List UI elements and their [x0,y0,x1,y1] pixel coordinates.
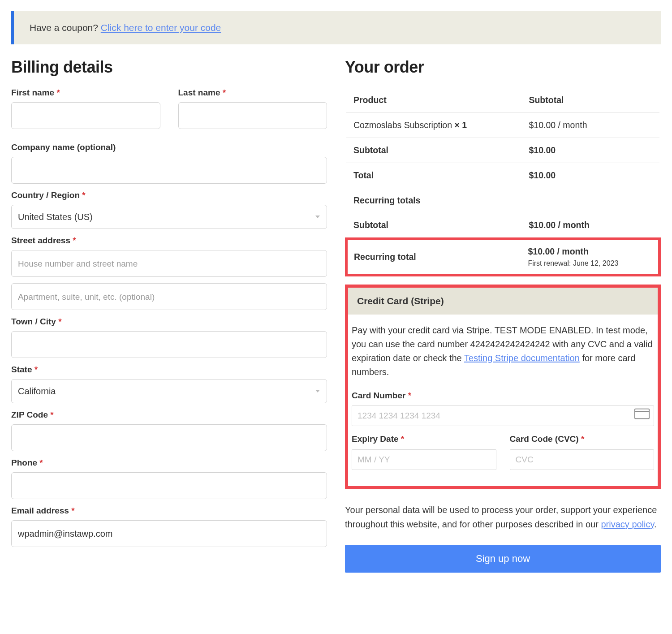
recurring-total-cell: $10.00 / month First renewal: June 12, 2… [521,239,659,275]
product-price: $10.00 / month [521,113,659,138]
subtotal-header: Subtotal [521,88,659,113]
required-asterisk: * [408,391,411,400]
expiry-label-text: Expiry Date [352,434,399,444]
required-asterisk: * [34,365,38,374]
privacy-policy-link[interactable]: privacy policy [601,519,654,529]
recurring-totals-label: Recurring totals [346,188,659,213]
order-table: Product Subtotal Cozmoslabs Subscription… [345,88,661,276]
order-product-row: Cozmoslabs Subscription × 1 $10.00 / mon… [346,113,659,138]
state-label-text: State [11,365,32,374]
required-asterisk: * [39,458,43,467]
last-name-input[interactable] [178,102,327,129]
order-total-row: Total $10.00 [346,163,659,188]
first-name-input[interactable] [11,102,160,129]
required-asterisk: * [223,88,226,97]
payment-body: Pay with your credit card via Stripe. TE… [348,315,658,486]
first-name-label-text: First name [11,88,54,97]
phone-label: Phone * [11,458,327,468]
subtotal-value: $10.00 [521,138,659,163]
credit-card-icon [634,409,650,423]
recurring-subtotal-label: Subtotal [346,213,521,239]
email-input[interactable] [11,520,327,547]
required-asterisk: * [73,236,76,245]
country-label: Country / Region * [11,190,327,200]
company-input[interactable] [11,157,327,184]
recurring-subtotal-row: Subtotal $10.00 / month [346,213,659,239]
billing-heading: Billing details [11,58,327,77]
phone-input[interactable] [11,472,327,499]
order-heading: Your order [345,58,661,77]
last-name-label-text: Last name [178,88,220,97]
city-label: Town / City * [11,317,327,327]
privacy-post: . [654,519,657,529]
cvc-input[interactable] [510,449,655,470]
phone-label-text: Phone [11,458,37,467]
cvc-label: Card Code (CVC) * [510,432,655,445]
svg-rect-0 [635,409,649,419]
recurring-total-value: $10.00 / month [528,246,654,257]
state-select[interactable]: California [11,379,327,403]
card-number-input[interactable] [352,405,654,426]
last-name-label: Last name * [178,88,327,98]
email-label: Email address * [11,506,327,516]
required-asterisk: * [56,88,60,97]
state-label: State * [11,365,327,375]
coupon-link[interactable]: Click here to enter your code [101,22,221,33]
product-cell: Cozmoslabs Subscription × 1 [346,113,521,138]
country-label-text: Country / Region [11,190,80,200]
recurring-subtotal-value: $10.00 / month [521,213,659,239]
cvc-label-text: Card Code (CVC) [510,434,579,444]
required-asterisk: * [58,317,61,326]
total-label: Total [346,163,521,188]
order-subtotal-row: Subtotal $10.00 [346,138,659,163]
product-qty: × 1 [454,120,467,130]
required-asterisk: * [401,434,404,444]
subtotal-label: Subtotal [346,138,521,163]
required-asterisk: * [82,190,85,200]
payment-section: Credit Card (Stripe) Pay with your credi… [345,285,661,489]
city-label-text: Town / City [11,317,56,326]
coupon-banner: Have a coupon? Click here to enter your … [11,11,661,44]
zip-label: ZIP Code * [11,410,327,420]
street-label-text: Street address [11,236,70,245]
street-address-1-input[interactable] [11,250,327,277]
required-asterisk: * [50,410,53,419]
stripe-docs-link[interactable]: Testing Stripe documentation [464,353,580,363]
recurring-totals-header-row: Recurring totals [346,188,659,213]
required-asterisk: * [581,434,584,444]
product-name: Cozmoslabs Subscription [353,120,454,130]
zip-label-text: ZIP Code [11,410,48,419]
card-number-label-text: Card Number [352,391,405,400]
payment-method-header: Credit Card (Stripe) [348,288,658,315]
required-asterisk: * [71,506,74,515]
signup-button[interactable]: Sign up now [345,545,661,573]
city-input[interactable] [11,331,327,358]
billing-column: Billing details First name * Last name *… [11,58,327,573]
order-column: Your order Product Subtotal Cozmoslabs S… [345,58,661,573]
recurring-total-label: Recurring total [346,239,521,275]
email-label-text: Email address [11,506,69,515]
coupon-prompt: Have a coupon? [30,22,101,33]
zip-input[interactable] [11,424,327,451]
street-label: Street address * [11,236,327,246]
recurring-total-row: Recurring total $10.00 / month First ren… [346,239,659,275]
card-number-label: Card Number * [352,389,654,402]
country-select[interactable]: United States (US) [11,205,327,229]
product-header: Product [346,88,521,113]
company-label: Company name (optional) [11,142,327,152]
expiry-label: Expiry Date * [352,432,496,445]
first-renewal-note: First renewal: June 12, 2023 [528,259,654,267]
order-header-row: Product Subtotal [346,88,659,113]
privacy-text: Your personal data will be used to proce… [345,503,661,531]
street-address-2-input[interactable] [11,283,327,310]
expiry-input[interactable] [352,449,496,470]
first-name-label: First name * [11,88,160,98]
total-value: $10.00 [521,163,659,188]
